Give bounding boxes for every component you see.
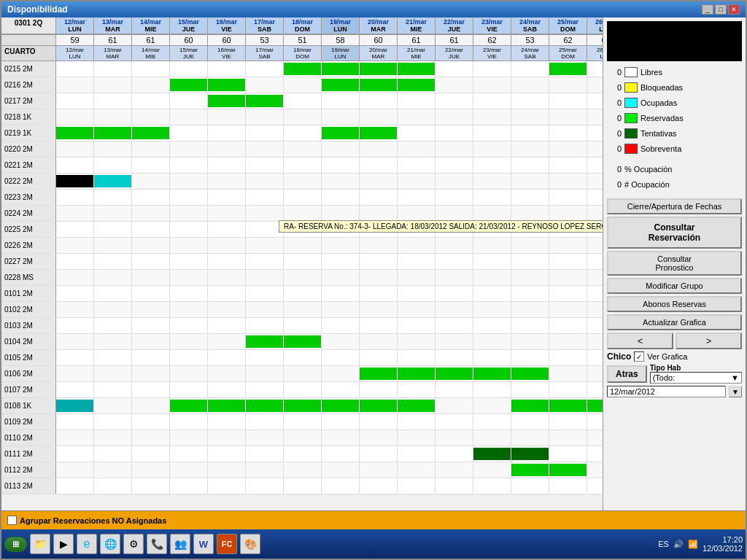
taskbar-media-icon[interactable]: ▶ — [53, 534, 74, 554]
table-row: 0107 2M — [1, 382, 603, 398]
date-col-5[interactable]: 17/mar SAB — [246, 18, 284, 34]
calendar-button[interactable]: ▼ — [729, 386, 742, 397]
table-row: 0102 2M — [1, 302, 603, 318]
cuarto-label: CUARTO — [1, 46, 56, 61]
table-row: 0217 2M — [1, 93, 603, 109]
grid-body-wrapper[interactable]: RA- RESERVA No.: 374-3- LLEGADA: 18/03/2… — [1, 61, 603, 510]
cierre-apertura-button[interactable]: Cierre/Apertura de Fechas — [607, 198, 742, 214]
table-row: 0105 2M — [1, 350, 603, 366]
ver-grafica-label: Ver Grafica — [647, 352, 687, 361]
taskbar-word-icon[interactable]: W — [193, 534, 214, 554]
taskbar-people-icon[interactable]: 👥 — [170, 534, 190, 554]
table-row: 0110 2M — [1, 430, 603, 446]
chico-row: Chico ✓ Ver Grafica — [607, 351, 742, 362]
tooltip: RA- RESERVA No.: 374-3- LLEGADA: 18/03/2… — [279, 220, 603, 233]
color-libres — [624, 67, 638, 77]
date-col-8[interactable]: 20/mar MAR — [360, 18, 398, 34]
date-col-2[interactable]: 14/mar MIE — [132, 18, 170, 34]
time-display: 17:20 12/03/2012 — [703, 535, 743, 553]
taskbar-network-icon[interactable]: 🌐 — [100, 534, 120, 554]
table-row: 0109 2M — [1, 414, 603, 430]
table-row: 0226 2M — [1, 238, 603, 254]
table-row: 0227 2M — [1, 254, 603, 270]
fecha-row: ▼ — [607, 386, 742, 397]
actualizar-grafica-button[interactable]: Actualizar Grafica — [607, 314, 742, 330]
table-row: 0112 2M — [1, 462, 603, 478]
date-col-6[interactable]: 18/mar DOM — [284, 18, 322, 34]
start-button[interactable]: ⊞ — [4, 537, 27, 552]
stat-num-ocupacion: 0 # Ocupación — [607, 178, 742, 191]
agrupar-checkbox[interactable] — [7, 516, 17, 525]
chico-label: Chico — [607, 351, 631, 362]
tipo-dropdown[interactable]: (Todo: ▼ — [650, 372, 742, 384]
date-col-10[interactable]: 22/mar JUE — [436, 18, 473, 34]
date-col-0[interactable]: 12/mar LUN — [56, 18, 94, 34]
color-tentativas — [624, 128, 638, 139]
ver-grafica-checkbox[interactable]: ✓ — [634, 351, 644, 362]
taskbar-ie-icon[interactable]: e — [77, 534, 97, 554]
date-col-14[interactable]: 26/mar LUN — [587, 18, 603, 34]
table-row: 0222 2M — [1, 174, 603, 190]
tipo-label: Tipo Hab — [650, 364, 742, 372]
table-row: 0228 MS — [1, 270, 603, 286]
table-row: 0104 2M — [1, 334, 603, 350]
date-col-7[interactable]: 19/mar LUN — [322, 18, 360, 34]
taskbar-tools-icon[interactable]: ⚙ — [123, 534, 144, 554]
tipo-container: Tipo Hab (Todo: ▼ — [650, 364, 742, 384]
taskbar-paint-icon[interactable]: 🎨 — [240, 534, 260, 554]
legend-sobreventa: 0 Sobreventa — [607, 142, 742, 155]
maximize-button[interactable]: □ — [715, 4, 727, 15]
color-ocupadas — [624, 98, 638, 108]
table-row: 0224 2M — [1, 206, 603, 222]
grid-area: 0301 2Q 12/mar LUN 13/mar MAR 14/mar MIE… — [1, 18, 603, 510]
room-label-cell: 0301 2Q — [1, 18, 56, 34]
taskbar-phone-icon[interactable]: 📞 — [147, 534, 167, 554]
color-bloqueadas — [624, 82, 638, 93]
title-bar: Disponibilidad _ □ ✕ — [1, 1, 746, 18]
taskbar: ⊞ 📁 ▶ e 🌐 ⚙ 📞 👥 W FC 🎨 ES 🔊 📶 17:20 12/0… — [1, 529, 746, 559]
table-row: 0106 2M — [1, 366, 603, 382]
close-button[interactable]: ✕ — [728, 4, 740, 15]
taskbar-explorer-icon[interactable]: 📁 — [30, 534, 50, 554]
date-col-13[interactable]: 25/mar DOM — [549, 18, 587, 34]
table-row: 0111 2M — [1, 446, 603, 462]
legend-bloqueadas: 0 Bloqueadas — [607, 81, 742, 94]
subheader-row: CUARTO 12/marLUN 13/marMAR 14/marMIE 15/… — [1, 46, 603, 61]
legend-ocupadas: 0 Ocupadas — [607, 96, 742, 109]
atras-button[interactable]: Atras — [607, 365, 647, 383]
color-sobreventa — [624, 144, 638, 154]
next-button[interactable]: > — [676, 332, 742, 349]
prev-button[interactable]: < — [607, 332, 673, 349]
table-row: 0215 2M — [1, 61, 603, 77]
fecha-input[interactable] — [607, 386, 726, 397]
consultar-pronostico-button[interactable]: ConsultarPronostico — [607, 251, 742, 276]
taskbar-right: ES 🔊 📶 17:20 12/03/2012 — [658, 535, 743, 553]
date-header-row: 0301 2Q 12/mar LUN 13/mar MAR 14/mar MIE… — [1, 18, 603, 35]
agrupar-checkbox-label[interactable]: Agrupar Reservaciones NO Asignadas — [7, 516, 166, 525]
agrupar-label: Agrupar Reservaciones NO Asignadas — [20, 516, 166, 525]
date-col-9[interactable]: 21/mar MIE — [398, 18, 436, 34]
atras-row: Atras Tipo Hab (Todo: ▼ — [607, 364, 742, 384]
minimize-button[interactable]: _ — [702, 4, 713, 15]
table-row: 0101 2M — [1, 286, 603, 302]
legend-reservadas: 0 Reservadas — [607, 112, 742, 125]
consultar-reservacion-button[interactable]: ConsultarReservación — [607, 217, 742, 249]
date-col-3[interactable]: 15/mar JUE — [170, 18, 208, 34]
bottom-bar: Agrupar Reservaciones NO Asignadas — [1, 510, 746, 529]
table-row: 0219 1K — [1, 125, 603, 141]
date-col-11[interactable]: 23/mar VIE — [473, 18, 511, 34]
numbers-row: 59 61 61 60 60 53 51 58 60 61 61 62 53 6… — [1, 35, 603, 46]
right-panel: 0 Libres 0 Bloqueadas 0 Ocupadas 0 Reser… — [603, 18, 746, 510]
abonos-reservas-button[interactable]: Abonos Reservas — [607, 296, 742, 312]
table-row: 0103 2M — [1, 318, 603, 334]
date-col-4[interactable]: 16/mar VIE — [208, 18, 246, 34]
date-col-12[interactable]: 24/mar SAB — [511, 18, 549, 34]
modificar-grupo-button[interactable]: Modificar Grupo — [607, 278, 742, 294]
stat-pct-ocupacion: 0 % Ocupación — [607, 163, 742, 176]
date-col-1[interactable]: 13/mar MAR — [94, 18, 132, 34]
window-controls: _ □ ✕ — [702, 4, 740, 15]
legend-libres: 0 Libres — [607, 66, 742, 79]
main-content: 0301 2Q 12/mar LUN 13/mar MAR 14/mar MIE… — [1, 18, 746, 510]
taskbar-app-icon[interactable]: FC — [217, 534, 237, 554]
window-title: Disponibilidad — [7, 4, 68, 15]
